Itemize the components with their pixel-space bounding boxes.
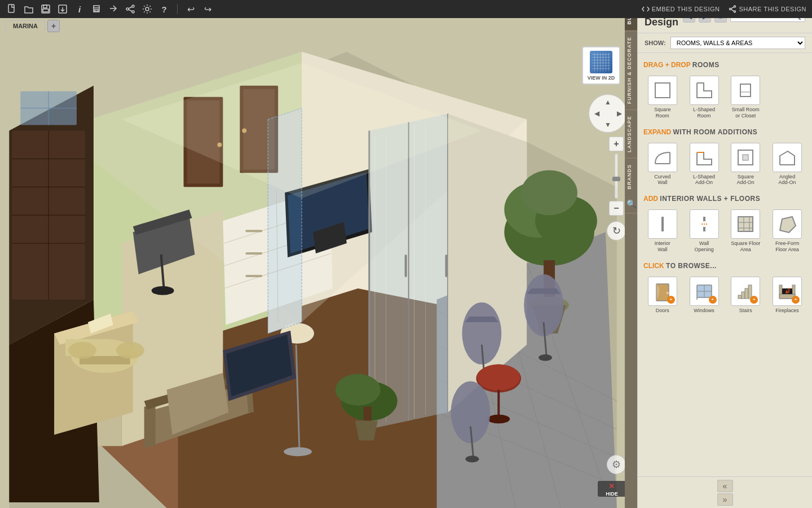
- svg-point-107: [462, 303, 501, 365]
- click-rest: TO BROWSE...: [666, 262, 717, 270]
- svg-point-16: [730, 8, 731, 10]
- zoom-out-btn[interactable]: −: [609, 201, 624, 216]
- share-icon[interactable]: [124, 3, 136, 15]
- square-addon-svg: [735, 147, 756, 168]
- square-floor-label: Square FloorArea: [731, 240, 760, 253]
- add-tab-btn[interactable]: +: [47, 20, 60, 32]
- zoom-controls: + −: [609, 137, 624, 216]
- svg-point-98: [521, 170, 577, 215]
- fireplaces-label: Fireplaces: [775, 308, 799, 314]
- doors-item[interactable]: + Doors: [643, 274, 682, 316]
- additions-grid: CurvedWall L-ShapedAdd-On: [643, 141, 806, 189]
- drag-drop-header: DRAG + DROP ROOMS: [643, 61, 806, 69]
- tab-bar: MARINA +: [0, 18, 60, 34]
- interior-wall-item[interactable]: InteriorWall: [643, 207, 682, 255]
- collapse-up-btn[interactable]: «: [717, 480, 733, 492]
- svg-line-13: [129, 10, 132, 11]
- l-shaped-room-label: L-ShapedRoom: [693, 107, 715, 119]
- svg-rect-74: [245, 252, 262, 255]
- save-as-icon[interactable]: [56, 3, 69, 15]
- freeform-floor-svg: [776, 213, 798, 235]
- export-icon[interactable]: [107, 3, 120, 15]
- svg-marker-108: [465, 317, 498, 322]
- svg-marker-66: [144, 405, 156, 447]
- open-icon[interactable]: [23, 3, 35, 15]
- l-shaped-room-icon-box: [690, 76, 719, 105]
- nav-down-arrow[interactable]: ▼: [603, 120, 613, 130]
- svg-rect-156: [742, 292, 745, 299]
- drag-drop-rest: ROOMS: [692, 61, 720, 69]
- svg-rect-0: [8, 5, 14, 12]
- info-icon[interactable]: i: [73, 3, 86, 15]
- click-keyword: CLICK: [643, 262, 664, 270]
- fireplaces-icon-box: +: [773, 277, 802, 306]
- expand-keyword: EXPAND: [643, 128, 671, 136]
- marina-tab[interactable]: MARINA: [6, 20, 45, 32]
- show-select[interactable]: ROOMS, WALLS & AREAS FURNITURE ALL: [670, 37, 805, 49]
- show-row: SHOW: ROOMS, WALLS & AREAS FURNITURE ALL: [638, 33, 812, 53]
- canvas-area[interactable]: VIEW IN 2D ▲ ▼ ◀ ▶ + − ↻ ⚙ ✕ HIDE: [0, 18, 637, 508]
- svg-point-10: [126, 8, 129, 10]
- curved-wall-item[interactable]: CurvedWall: [643, 141, 682, 189]
- square-floor-item[interactable]: Square FloorArea: [727, 207, 765, 255]
- collapse-down-btn[interactable]: »: [717, 493, 733, 506]
- scene-container: [0, 18, 637, 508]
- right-panel: Untitled Design ◀ ▶ ⌂ 🔍 SHOW: ROOMS, WAL…: [637, 0, 812, 508]
- l-shaped-room-item[interactable]: L-ShapedRoom: [685, 73, 723, 121]
- wall-opening-item[interactable]: WallOpening: [685, 207, 723, 255]
- side-tab-furnish[interactable]: FURNISH & DECORATE: [625, 30, 637, 110]
- room-scene: [0, 18, 637, 508]
- toolbar-left: i: [6, 3, 214, 15]
- l-shaped-addon-item[interactable]: L-ShapedAdd-On: [685, 141, 723, 189]
- add-rest: INTERIOR WALLS + FLOORS: [660, 195, 760, 203]
- help-icon[interactable]: ?: [158, 3, 170, 15]
- side-tab-landscape[interactable]: LANDSCAPE: [625, 110, 637, 158]
- svg-rect-73: [245, 230, 262, 232]
- l-shaped-room-svg: [694, 80, 715, 101]
- interior-wall-svg: [652, 213, 673, 235]
- wall-opening-label: WallOpening: [695, 240, 714, 253]
- square-room-item[interactable]: SquareRoom: [643, 73, 682, 121]
- svg-point-118: [487, 414, 510, 423]
- new-file-icon[interactable]: [6, 3, 18, 15]
- square-addon-item[interactable]: SquareAdd-On: [727, 141, 765, 189]
- square-floor-svg: [735, 213, 756, 235]
- windows-icon-box: +: [690, 277, 719, 306]
- settings-icon[interactable]: [141, 3, 153, 15]
- nav-right-arrow[interactable]: ▶: [614, 108, 624, 119]
- share-design-btn[interactable]: SHARE THIS DESIGN: [729, 5, 806, 13]
- hide-btn[interactable]: ✕ HIDE: [598, 481, 626, 497]
- settings-overlay-btn[interactable]: ⚙: [607, 455, 626, 474]
- side-tab-brands[interactable]: BRANDS: [625, 158, 637, 195]
- zoom-slider-thumb[interactable]: [612, 177, 620, 181]
- svg-point-62: [68, 342, 96, 359]
- svg-rect-157: [745, 288, 748, 299]
- square-addon-label: SquareAdd-On: [737, 174, 754, 186]
- square-room-icon-box: [648, 76, 677, 105]
- zoom-in-btn[interactable]: +: [609, 137, 624, 151]
- svg-point-14: [145, 7, 149, 11]
- stairs-item[interactable]: + Stairs: [727, 274, 765, 316]
- angled-addon-icon-box: [773, 143, 802, 172]
- browse-grid: + Doors: [643, 274, 806, 316]
- nav-circle[interactable]: ▲ ▼ ◀ ▶: [589, 94, 627, 133]
- small-room-item[interactable]: Small Roomor Closet: [727, 73, 765, 121]
- nav-left-arrow[interactable]: ◀: [592, 108, 602, 119]
- view-2d-button[interactable]: VIEW IN 2D: [582, 46, 620, 85]
- undo-icon[interactable]: ↩: [184, 3, 197, 15]
- embed-btn[interactable]: EMBED THIS DESIGN: [642, 5, 720, 13]
- redo-icon[interactable]: ↪: [201, 3, 214, 15]
- zoom-slider[interactable]: [615, 154, 618, 199]
- nav-up-arrow[interactable]: ▲: [603, 97, 613, 107]
- fireplaces-item[interactable]: + Fireplaces: [768, 274, 806, 316]
- svg-line-18: [731, 7, 734, 8]
- side-tab-search[interactable]: 🔍: [625, 195, 637, 213]
- freeform-floor-item[interactable]: Free-FormFloor Area: [768, 207, 806, 255]
- windows-label: Windows: [694, 308, 714, 314]
- angled-addon-item[interactable]: AngledAdd-On: [768, 141, 806, 189]
- print-icon[interactable]: [90, 3, 103, 15]
- curved-wall-icon-box: [648, 143, 677, 172]
- save-icon[interactable]: [39, 3, 52, 15]
- rotate-btn[interactable]: ↻: [607, 221, 626, 240]
- windows-item[interactable]: + Windows: [685, 274, 723, 316]
